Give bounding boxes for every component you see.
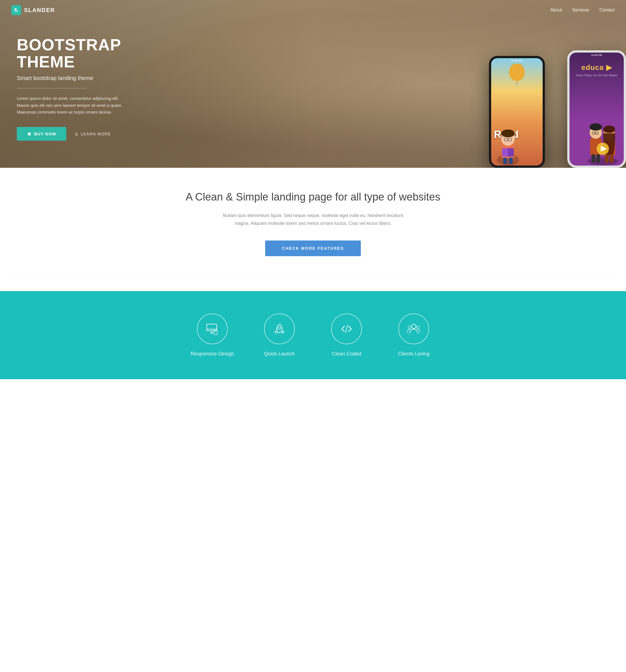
navbar: SLANDER About Services Contact: [0, 0, 626, 20]
hero-content: BOOTSTRAPTHEME Smart bootstrap landing t…: [0, 0, 145, 141]
responsive-icon-circle: [197, 313, 228, 344]
clients-loving-icon-circle: [398, 313, 429, 344]
svg-point-36: [412, 324, 416, 329]
phone-screen-black: 14:06 PM Read: [491, 58, 543, 166]
feature-quick-launch: Quick Launch: [254, 313, 305, 357]
clients-loving-label: Clients Loving: [398, 351, 430, 357]
feature-clients-loving: Clients Loving: [389, 313, 439, 357]
responsive-label: Responsive Design: [190, 351, 234, 357]
svg-rect-12: [509, 158, 513, 164]
check-features-button[interactable]: CHECK MORE FEATURES: [265, 240, 361, 256]
phone-black: 14:06 PM Read: [489, 56, 545, 168]
clean-coded-label: Clean Coded: [332, 351, 361, 357]
svg-rect-25: [605, 154, 609, 163]
users-icon: [407, 322, 421, 336]
nav-about[interactable]: About: [551, 7, 562, 12]
features-grid: Responsive Design Quick Launch: [11, 313, 615, 357]
svg-rect-29: [207, 324, 217, 331]
svg-point-37: [408, 326, 411, 329]
quick-launch-icon-circle: [264, 313, 295, 344]
learn-label: LEARN MORE: [81, 132, 111, 136]
nav-links: About Services Contact: [551, 7, 615, 13]
features-section: Responsive Design Quick Launch: [0, 291, 626, 379]
hero-description: Lorem ipsum dolor sit amet, consectetur …: [17, 95, 129, 116]
hero-title: BOOTSTRAPTHEME: [17, 37, 129, 70]
feature-responsive: Responsive Design: [187, 313, 237, 357]
code-icon: [340, 322, 353, 336]
phone-white: 14:06 PM educa ▶ Video Player for the Ne…: [567, 50, 626, 168]
logo-icon: [11, 5, 21, 15]
buy-now-button[interactable]: 🖥 BUY NOW: [17, 127, 66, 141]
buy-label: BUY NOW: [34, 131, 56, 136]
feature-clean-coded: Clean Coded: [321, 313, 372, 357]
nav-services[interactable]: Services: [572, 7, 589, 12]
quick-launch-label: Quick Launch: [264, 351, 295, 357]
svg-line-35: [346, 325, 347, 333]
svg-rect-20: [592, 154, 595, 163]
middle-divider: [11, 274, 615, 274]
nav-contact[interactable]: Contact: [599, 7, 615, 12]
clean-coded-icon-circle: [331, 313, 362, 344]
logo-area: SLANDER: [11, 5, 55, 15]
svg-rect-10: [502, 148, 508, 157]
hero-buttons: 🖥 BUY NOW ◎ LEARN MORE: [17, 127, 129, 141]
svg-point-16: [589, 123, 602, 130]
learn-more-button[interactable]: ◎ LEARN MORE: [75, 132, 111, 136]
svg-point-24: [603, 125, 615, 133]
svg-rect-11: [503, 158, 507, 164]
rocket-icon: [273, 322, 286, 336]
phone-status-bar-white: 14:06 PM: [570, 54, 624, 56]
hero-subtitle: Smart bootstrap landing theme: [17, 75, 129, 81]
phone-screen-white: 14:06 PM educa ▶ Video Player for the Ne…: [570, 53, 624, 166]
svg-point-0: [509, 64, 525, 81]
monitor-icon: [205, 322, 219, 336]
middle-description: Nullam quis elementum ligula. Sed neque …: [218, 212, 408, 227]
svg-point-38: [417, 326, 419, 329]
phone-status-bar-black: 14:06 PM: [491, 59, 543, 62]
buy-icon: 🖥: [27, 131, 31, 136]
middle-section: A Clean & Simple landing page for all ty…: [0, 168, 626, 291]
middle-title: A Clean & Simple landing page for all ty…: [11, 190, 615, 204]
svg-rect-26: [610, 154, 613, 163]
phones-mockup: 14:06 PM Read: [481, 0, 626, 168]
svg-point-34: [278, 327, 281, 330]
logo-text: SLANDER: [24, 7, 55, 14]
svg-rect-21: [596, 154, 600, 163]
svg-point-5: [501, 129, 515, 137]
hero-section: BOOTSTRAPTHEME Smart bootstrap landing t…: [0, 0, 626, 168]
learn-icon: ◎: [75, 132, 78, 136]
